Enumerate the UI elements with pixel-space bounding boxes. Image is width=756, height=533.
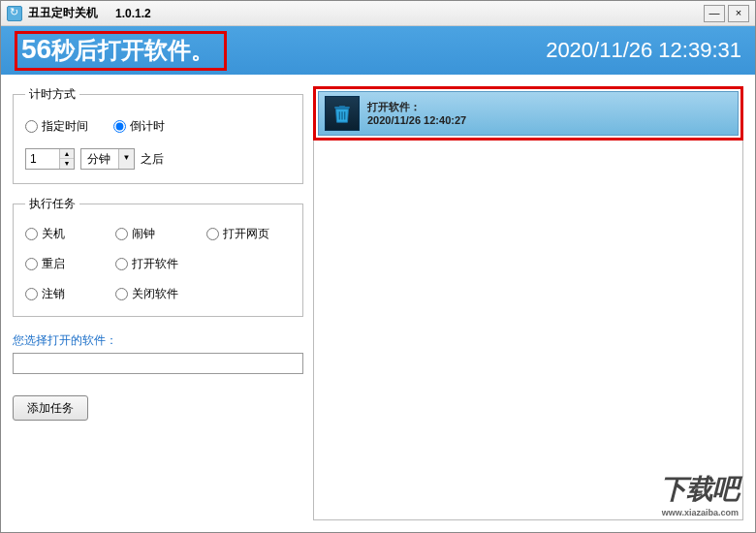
- radio-openapp[interactable]: 打开软件: [115, 256, 200, 272]
- after-label: 之后: [141, 151, 164, 168]
- software-select-section: 您选择打开的软件：: [13, 329, 303, 374]
- task-legend: 执行任务: [25, 196, 79, 212]
- add-task-button[interactable]: 添加任务: [13, 395, 88, 421]
- right-panel: 打开软件： 2020/11/26 12:40:27 下载吧 www.xiazai…: [313, 86, 743, 520]
- watermark-main: 下载吧: [660, 474, 739, 504]
- radio-countdown-input[interactable]: [113, 120, 126, 133]
- task-item-title: 打开软件：: [367, 100, 466, 113]
- task-list-highlight: 打开软件： 2020/11/26 12:40:27: [313, 86, 743, 141]
- current-datetime: 2020/11/26 12:39:31: [546, 38, 741, 63]
- task-list-body: 下载吧 www.xiazaiba.com: [313, 141, 743, 520]
- timing-mode-group: 计时方式 指定时间 倒计时 ▲ ▼ 分钟 ▼ 之后: [13, 86, 303, 184]
- window-controls: — ×: [704, 5, 749, 22]
- timing-radio-row: 指定时间 倒计时: [25, 118, 291, 135]
- timing-legend: 计时方式: [25, 86, 79, 103]
- radio-restart[interactable]: 重启: [25, 256, 110, 272]
- spin-down[interactable]: ▼: [60, 159, 74, 169]
- radio-logout[interactable]: 注销: [25, 286, 110, 302]
- spin-up[interactable]: ▲: [60, 149, 74, 159]
- main-content: 计时方式 指定时间 倒计时 ▲ ▼ 分钟 ▼ 之后: [1, 75, 755, 532]
- trash-icon[interactable]: [325, 96, 360, 131]
- countdown-suffix: 秒后打开软件。: [51, 37, 214, 63]
- close-button[interactable]: ×: [728, 5, 749, 22]
- watermark-url: www.xiazaiba.com: [660, 508, 739, 517]
- task-radio-grid: 关机 闹钟 打开网页 重启 打开软件 注销 关闭软件: [25, 226, 291, 302]
- status-banner: 56秒后打开软件。 2020/11/26 12:39:31: [1, 26, 755, 75]
- radio-countdown-label: 倒计时: [130, 118, 165, 135]
- task-group: 执行任务 关机 闹钟 打开网页 重启 打开软件 注销 关闭软件: [13, 196, 303, 317]
- app-version: 1.0.1.2: [115, 7, 151, 20]
- task-item[interactable]: 打开软件： 2020/11/26 12:40:27: [318, 91, 739, 136]
- radio-openweb[interactable]: 打开网页: [206, 226, 291, 242]
- left-panel: 计时方式 指定时间 倒计时 ▲ ▼ 分钟 ▼ 之后: [13, 86, 303, 520]
- app-title: 丑丑定时关机: [28, 5, 98, 21]
- chevron-down-icon[interactable]: ▼: [118, 149, 134, 169]
- countdown-config-row: ▲ ▼ 分钟 ▼ 之后: [25, 148, 291, 170]
- task-item-info: 打开软件： 2020/11/26 12:40:27: [367, 100, 466, 127]
- radio-fixed-time[interactable]: 指定时间: [25, 118, 88, 135]
- radio-fixed-input[interactable]: [25, 120, 38, 133]
- unit-value: 分钟: [81, 151, 118, 168]
- spinner-buttons: ▲ ▼: [59, 149, 74, 169]
- software-path-input[interactable]: [13, 353, 303, 374]
- trash-svg: [331, 102, 353, 125]
- radio-alarm[interactable]: 闹钟: [115, 226, 200, 242]
- unit-select[interactable]: 分钟 ▼: [80, 148, 135, 170]
- countdown-text: 56秒后打开软件。: [21, 37, 214, 63]
- radio-fixed-label: 指定时间: [42, 118, 88, 135]
- minimize-button[interactable]: —: [704, 5, 725, 22]
- title-bar: 丑丑定时关机 1.0.1.2 — ×: [1, 1, 755, 26]
- countdown-seconds: 56: [21, 34, 51, 64]
- number-input[interactable]: [26, 149, 59, 169]
- task-item-time: 2020/11/26 12:40:27: [367, 113, 466, 127]
- countdown-highlight: 56秒后打开软件。: [15, 31, 227, 71]
- radio-countdown[interactable]: 倒计时: [113, 118, 165, 135]
- radio-shutdown[interactable]: 关机: [25, 226, 110, 242]
- app-icon: [7, 6, 22, 21]
- radio-closeapp[interactable]: 关闭软件: [115, 286, 200, 302]
- number-spinner[interactable]: ▲ ▼: [25, 148, 75, 170]
- select-software-label: 您选择打开的软件：: [13, 332, 303, 349]
- watermark: 下载吧 www.xiazaiba.com: [660, 471, 739, 517]
